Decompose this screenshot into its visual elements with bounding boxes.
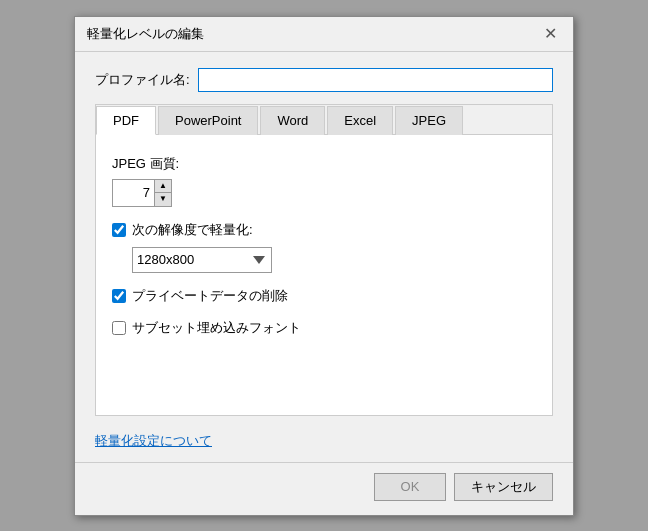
ok-button[interactable]: OK xyxy=(374,473,446,501)
spinner-down-button[interactable]: ▼ xyxy=(155,193,171,206)
subset-font-checkbox[interactable] xyxy=(112,321,126,335)
resolution-select[interactable]: 1280x800 1920x1080 1024x768 800x600 xyxy=(132,247,272,273)
tab-jpeg[interactable]: JPEG xyxy=(395,106,463,135)
private-data-checkbox[interactable] xyxy=(112,289,126,303)
dialog-body: プロファイル名: PDF PowerPoint Word Excel JPEG xyxy=(75,52,573,432)
jpeg-quality-spinner: ▲ ▼ xyxy=(112,179,172,207)
resolution-section: 次の解像度で軽量化: 1280x800 1920x1080 1024x768 8… xyxy=(112,221,536,273)
jpeg-quality-label: JPEG 画質: xyxy=(112,155,536,173)
dialog-title: 軽量化レベルの編集 xyxy=(87,25,204,43)
private-data-row: プライベートデータの削除 xyxy=(112,287,536,305)
link-area: 軽量化設定について xyxy=(75,432,573,462)
tab-word[interactable]: Word xyxy=(260,106,325,135)
spinner-up-button[interactable]: ▲ xyxy=(155,180,171,194)
title-bar: 軽量化レベルの編集 ✕ xyxy=(75,17,573,52)
dialog-footer: OK キャンセル xyxy=(75,462,573,515)
resolution-checkbox-label[interactable]: 次の解像度で軽量化: xyxy=(132,221,253,239)
profile-label: プロファイル名: xyxy=(95,71,190,89)
subset-font-label[interactable]: サブセット埋め込みフォント xyxy=(132,319,301,337)
private-data-label[interactable]: プライベートデータの削除 xyxy=(132,287,288,305)
resolution-checkbox[interactable] xyxy=(112,223,126,237)
tab-content-pdf: JPEG 画質: ▲ ▼ 次の解像度で軽量化: xyxy=(96,135,552,415)
profile-row: プロファイル名: xyxy=(95,68,553,92)
spinner-buttons: ▲ ▼ xyxy=(154,179,172,207)
cancel-button[interactable]: キャンセル xyxy=(454,473,553,501)
profile-input[interactable] xyxy=(198,68,553,92)
tab-pdf[interactable]: PDF xyxy=(96,106,156,135)
resolution-checkbox-row: 次の解像度で軽量化: xyxy=(112,221,536,239)
settings-link[interactable]: 軽量化設定について xyxy=(95,432,212,450)
tab-bar: PDF PowerPoint Word Excel JPEG xyxy=(96,105,552,135)
subset-font-row: サブセット埋め込みフォント xyxy=(112,319,536,337)
tab-powerpoint[interactable]: PowerPoint xyxy=(158,106,258,135)
close-button[interactable]: ✕ xyxy=(540,26,561,42)
jpeg-quality-section: JPEG 画質: ▲ ▼ xyxy=(112,155,536,207)
tabs-container: PDF PowerPoint Word Excel JPEG xyxy=(95,104,553,416)
dialog: 軽量化レベルの編集 ✕ プロファイル名: PDF PowerPoint Word xyxy=(74,16,574,516)
jpeg-quality-input[interactable] xyxy=(112,179,154,207)
tab-excel[interactable]: Excel xyxy=(327,106,393,135)
